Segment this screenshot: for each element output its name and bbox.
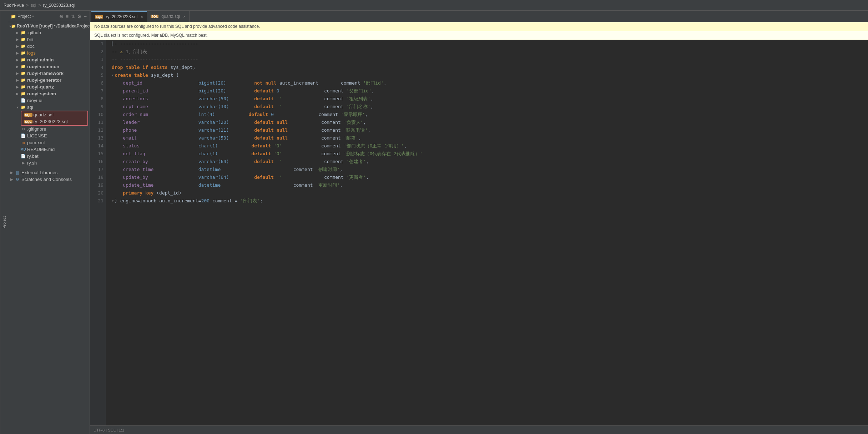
sidebar-item-bin[interactable]: ▶ 📁 bin [8,36,90,43]
fold-end-icon[interactable]: ▿ [112,197,114,205]
sidebar-item-ruoyi-common[interactable]: ▶ 📁 ruoyi-common [8,63,90,70]
project-side-tab[interactable]: Project [0,11,8,434]
sidebar-item-ry-sh[interactable]: ▶ ▶ ry.sh [8,160,90,166]
common-folder-icon: 📁 [20,64,26,69]
framework-folder-icon: 📁 [20,71,26,76]
chevron-down-icon[interactable]: ▾ [32,14,34,18]
code-line: order_num int(4) default 0 comment '显示顺序… [112,111,868,118]
root-label: RuoYi-Vue [ruoyi] ~/Data/IdeaProjects/Ru… [17,24,90,29]
readme-label: README.md [27,147,55,152]
sql-files-box: SQL quartz.sql SQL ry_20230223.sql [21,111,88,126]
ui-icon: 📄 [20,98,26,103]
sql-icon2: SQL [24,120,32,123]
project-folder-icon: 📁 [11,24,16,29]
logs-label: logs [27,50,36,56]
license-icon: 📄 [20,133,26,138]
quartz-folder-label: ruoyi-quartz [27,84,54,90]
sidebar-item-ruoyi-admin[interactable]: ▶ 📁 ruoyi-admin [8,56,90,63]
sidebar-item-ruoyi-quartz[interactable]: ▶ 📁 ruoyi-quartz [8,84,90,90]
tab-quartz[interactable]: SQL quartz.sql × [147,11,190,22]
ext-lib-label: External Libraries [21,170,57,175]
sidebar-item-gitignore[interactable]: ▶ ⊘ .gitignore [8,126,90,132]
editor[interactable]: 123456789101112131415161718192021 -- ---… [90,40,868,425]
settings-icon[interactable]: ⚙ [77,14,82,19]
chevron-right-icon: ▶ [9,171,14,175]
sidebar-item-external-libraries[interactable]: ▶ ||| External Libraries [8,169,90,176]
admin-label: ruoyi-admin [27,57,54,62]
sidebar-item-logs[interactable]: ▶ 📁 logs [8,50,90,56]
license-label: LICENSE [27,133,47,138]
sidebar-item-quartz-sql[interactable]: SQL quartz.sql [21,111,87,118]
fold-icon[interactable]: ▾ [112,71,114,79]
sh-icon: ▶ [20,161,26,165]
sidebar-item-github[interactable]: ▶ 📁 .github [8,29,90,36]
code-area[interactable]: -- ------------------------------ ⚠ 1、部门… [106,40,868,425]
sidebar-item-ry-bat[interactable]: ▶ 📄 ry.bat [8,153,90,160]
generator-folder-icon: 📁 [20,78,26,82]
bottom-bar: UTF-8 | SQL | 1:1 [90,425,868,434]
sidebar-title: Project [17,14,31,19]
code-line: update_by varchar(64) default '' comment… [112,173,868,181]
sidebar-item-scratches[interactable]: ▶ ⚙ Scratches and Consoles [8,176,90,183]
sidebar-item-ruoyi-ui[interactable]: ▶ 📄 ruoyi-ui [8,97,90,104]
line-numbers: 123456789101112131415161718192021 [90,40,106,425]
admin-folder-icon: 📁 [20,57,26,62]
readme-icon: MD [20,147,26,151]
sidebar-header-left: 📁 Project ▾ [11,14,34,19]
code-line: update_time datetime comment '更新时间', [112,181,868,189]
status-text: UTF-8 | SQL | 1:1 [94,428,124,432]
quartz-folder-icon: 📁 [20,85,26,89]
code-line: primary key (dept_id) [112,189,868,197]
folder-icon: 📁 [11,14,16,19]
hide-icon[interactable]: − [84,14,87,19]
github-folder-icon: 📁 [20,30,26,35]
locate-icon[interactable]: ⊕ [59,14,64,19]
sidebar-item-ry-sql[interactable]: SQL ry_20230223.sql [21,118,87,125]
warning-dialect: SQL dialect is not configured. MariaDB, … [90,31,868,40]
titlebar-project[interactable]: RuoYi-Vue [4,3,24,8]
code-line: del_flag char(1) default '0' comment '删除… [112,150,868,158]
tab-close-icon2[interactable]: × [183,14,185,19]
code-line: ▿) engine=innodb auto_increment=200 comm… [112,197,868,205]
chevron-right-icon: ▶ [15,99,20,102]
warning-datasource-text: No data sources are configured to run th… [94,24,260,29]
sidebar-item-readme[interactable]: ▶ MD README.md [8,146,90,153]
logs-folder-icon: 📁 [20,51,26,55]
doc-folder-icon: 📁 [20,44,26,49]
system-folder-icon: 📁 [20,91,26,96]
chevron-down-icon: ▾ [15,105,20,109]
titlebar-sep1: > [26,3,29,8]
tab-ry[interactable]: SQL ry_20230223.sql × [91,11,147,22]
titlebar: RuoYi-Vue > sql > ry_20230223.sql [0,0,868,11]
tab-ry-label: ry_20230223.sql [106,14,138,19]
code-line: -- ---------------------------- [112,56,868,64]
sidebar-item-ruoyi-framework[interactable]: ▶ 📁 ruoyi-framework [8,70,90,77]
sidebar-item-ruoyi-generator[interactable]: ▶ 📁 ruoyi-generator [8,77,90,84]
titlebar-folder[interactable]: sql [31,3,36,8]
bin-label: bin [27,37,33,42]
sidebar-item-pom[interactable]: ▶ m pom.xml [8,139,90,146]
code-line: email varchar(50) default null comment '… [112,134,868,142]
collapse-icon[interactable]: ≡ [66,14,69,19]
code-line: drop table if exists sys_dept; [112,64,868,71]
tab-bar: SQL ry_20230223.sql × SQL quartz.sql × [90,11,868,22]
chevron-right-icon: ▶ [15,65,20,69]
sidebar-item-doc[interactable]: ▶ 📁 doc [8,43,90,50]
tab-close-icon[interactable]: × [141,15,143,19]
sql-folder-icon: 📁 [20,105,26,110]
sidebar-item-ruoyi-system[interactable]: ▶ 📁 ruoyi-system [8,90,90,97]
spacer: ▶ [15,154,20,158]
warning-datasource: No data sources are configured to run th… [90,22,868,31]
tree-root[interactable]: ▾ 📁 RuoYi-Vue [ruoyi] ~/Data/IdeaProject… [8,23,90,29]
sql-tab-icon: SQL [95,15,103,19]
titlebar-file: ry_20230223.sql [43,3,75,8]
code-line: leader varchar(20) default null comment … [112,118,868,126]
sidebar: 📁 Project ▾ ⊕ ≡ ⇅ ⚙ − ▾ 📁 RuoYi-Vue [ruo… [8,11,90,434]
sort-icon[interactable]: ⇅ [71,14,75,19]
sidebar-item-license[interactable]: ▶ 📄 LICENSE [8,132,90,139]
spacer: ▶ [15,134,20,138]
code-line: ▾create table sys_dept ( [112,71,868,79]
sidebar-item-sql[interactable]: ▾ 📁 sql [8,104,90,111]
titlebar-sep2: > [39,3,41,8]
doc-label: doc [27,44,35,49]
